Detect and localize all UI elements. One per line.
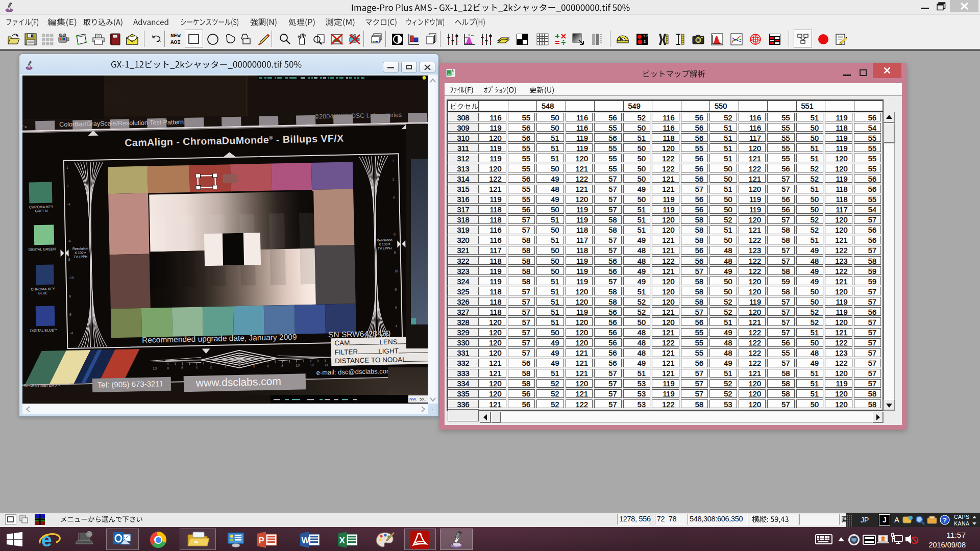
svg-text:e: e <box>41 530 52 550</box>
svg-text:NW.: NW. <box>409 397 417 402</box>
svg-text:3: 3 <box>644 40 646 43</box>
svg-text:?: ? <box>943 516 947 524</box>
svg-text:W: W <box>302 536 310 545</box>
svg-text:1 2: 1 2 <box>643 34 648 38</box>
svg-text:X: X <box>339 536 346 545</box>
svg-text:5X.: 5X. <box>420 397 426 402</box>
svg-text:P: P <box>259 536 264 545</box>
